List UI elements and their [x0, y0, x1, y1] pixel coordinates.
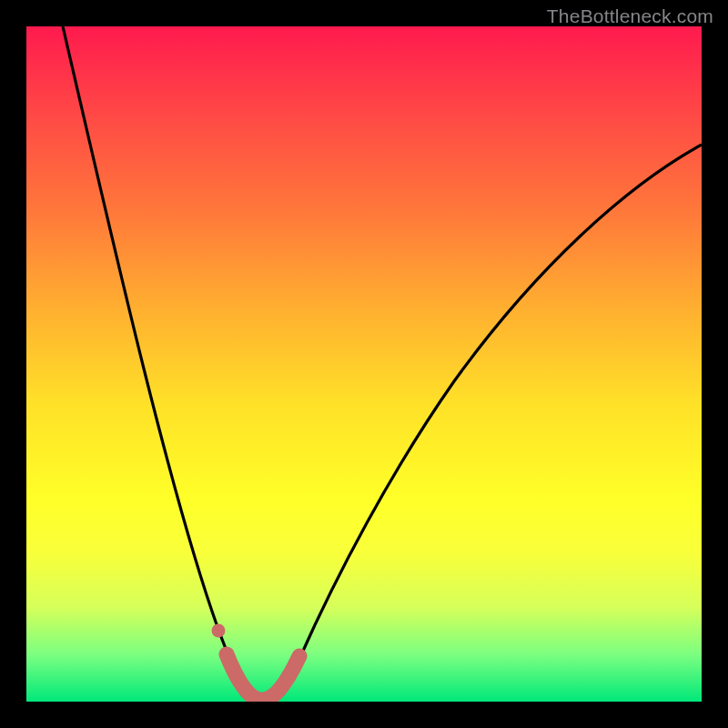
watermark-text: TheBottleneck.com	[547, 5, 713, 27]
optimal-band	[227, 654, 299, 700]
bottleneck-curve	[26, 26, 702, 702]
chart-area	[26, 26, 702, 702]
band-dot	[212, 624, 226, 638]
curve-path	[63, 26, 702, 700]
